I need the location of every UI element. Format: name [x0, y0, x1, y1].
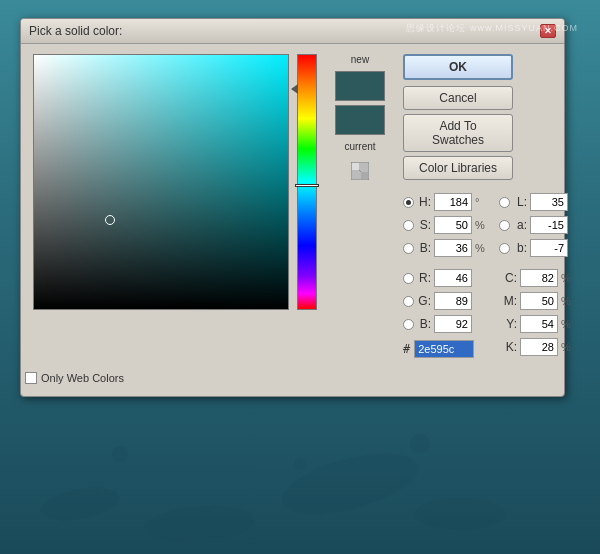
s-label: S: [417, 218, 431, 232]
r-row: R: [403, 268, 489, 288]
a-radio[interactable] [499, 220, 510, 231]
b-label: B: [417, 241, 431, 255]
m-input[interactable] [520, 292, 558, 310]
b-radio[interactable] [403, 243, 414, 254]
web-colors-row: Only Web Colors [21, 372, 564, 384]
lab-cmyk-values: L: a: b: [499, 192, 575, 358]
h-label: H: [417, 195, 431, 209]
g-radio[interactable] [403, 296, 414, 307]
watermark: 思缘设计论坛 www.MISSYUAN.COM [406, 22, 578, 35]
y-unit: % [561, 318, 575, 330]
hue-slider[interactable] [297, 54, 317, 310]
l-radio[interactable] [499, 197, 510, 208]
r-label: R: [417, 271, 431, 285]
svg-point-1 [144, 501, 257, 546]
blab-input[interactable] [530, 239, 568, 257]
b-input[interactable] [434, 239, 472, 257]
b-unit: % [475, 242, 489, 254]
add-to-swatches-button[interactable]: Add To Swatches [403, 114, 513, 152]
color-preview-section: new current [325, 54, 395, 358]
l-input[interactable] [530, 193, 568, 211]
b2-label: B: [417, 317, 431, 331]
color-new-preview[interactable] [335, 71, 385, 101]
hsb-rgb-values: H: ° S: % B: [403, 192, 489, 358]
s-input[interactable] [434, 216, 472, 234]
a-input[interactable] [530, 216, 568, 234]
hue-left-arrow [291, 84, 298, 94]
svg-rect-10 [361, 172, 368, 179]
color-values-section: H: ° S: % B: [403, 192, 575, 358]
g-row: G: [403, 291, 489, 311]
svg-point-4 [112, 446, 128, 462]
m-row: M: % [499, 291, 575, 311]
svg-point-5 [294, 458, 306, 470]
b2-row: B: [403, 314, 489, 334]
b2-radio[interactable] [403, 319, 414, 330]
blab-radio[interactable] [499, 243, 510, 254]
svg-rect-9 [352, 163, 359, 170]
y-label: Y: [499, 317, 517, 331]
web-colors-checkbox[interactable] [25, 372, 37, 384]
blab-label: b: [513, 241, 527, 255]
color-picker-dialog: Pick a solid color: ✕ new current [20, 18, 565, 397]
b2-input[interactable] [434, 315, 472, 333]
cancel-button[interactable]: Cancel [403, 86, 513, 110]
new-label: new [351, 54, 369, 65]
web-safe-icon[interactable] [351, 162, 369, 183]
dialog-title: Pick a solid color: [29, 24, 122, 38]
m-label: M: [499, 294, 517, 308]
h-input[interactable] [434, 193, 472, 211]
hue-slider-container [297, 54, 317, 358]
color-field[interactable] [33, 54, 289, 310]
a-row: a: [499, 215, 575, 235]
svg-point-3 [415, 498, 505, 530]
right-section: OK Cancel Add To Swatches Color Librarie… [403, 54, 575, 358]
a-label: a: [513, 218, 527, 232]
svg-point-6 [410, 434, 430, 454]
c-row: C: % [499, 268, 575, 288]
s-radio[interactable] [403, 220, 414, 231]
web-colors-label: Only Web Colors [41, 372, 124, 384]
k-row: K: % [499, 337, 575, 357]
k-unit: % [561, 341, 575, 353]
c-label: C: [499, 271, 517, 285]
blab-row: b: [499, 238, 575, 258]
b-row: B: % [403, 238, 489, 258]
k-label: K: [499, 340, 517, 354]
current-label: current [344, 141, 375, 152]
y-row: Y: % [499, 314, 575, 334]
g-label: G: [417, 294, 431, 308]
svg-point-2 [276, 442, 424, 527]
buttons-group: OK Cancel Add To Swatches Color Librarie… [403, 54, 575, 180]
color-libraries-button[interactable]: Color Libraries [403, 156, 513, 180]
h-row: H: ° [403, 192, 489, 212]
m-unit: % [561, 295, 575, 307]
l-label: L: [513, 195, 527, 209]
l-row: L: [499, 192, 575, 212]
h-radio[interactable] [403, 197, 414, 208]
hex-input[interactable] [414, 340, 474, 358]
color-current-preview[interactable] [335, 105, 385, 135]
c-input[interactable] [520, 269, 558, 287]
dialog-content: new current OK Cancel Add To Swatches [21, 44, 564, 368]
h-unit: ° [475, 196, 489, 208]
s-unit: % [475, 219, 489, 231]
r-input[interactable] [434, 269, 472, 287]
y-input[interactable] [520, 315, 558, 333]
s-row: S: % [403, 215, 489, 235]
c-unit: % [561, 272, 575, 284]
k-input[interactable] [520, 338, 558, 356]
hex-row: # [403, 340, 489, 358]
hex-hash: # [403, 342, 410, 356]
r-radio[interactable] [403, 273, 414, 284]
svg-point-0 [38, 482, 122, 525]
g-input[interactable] [434, 292, 472, 310]
ok-button[interactable]: OK [403, 54, 513, 80]
